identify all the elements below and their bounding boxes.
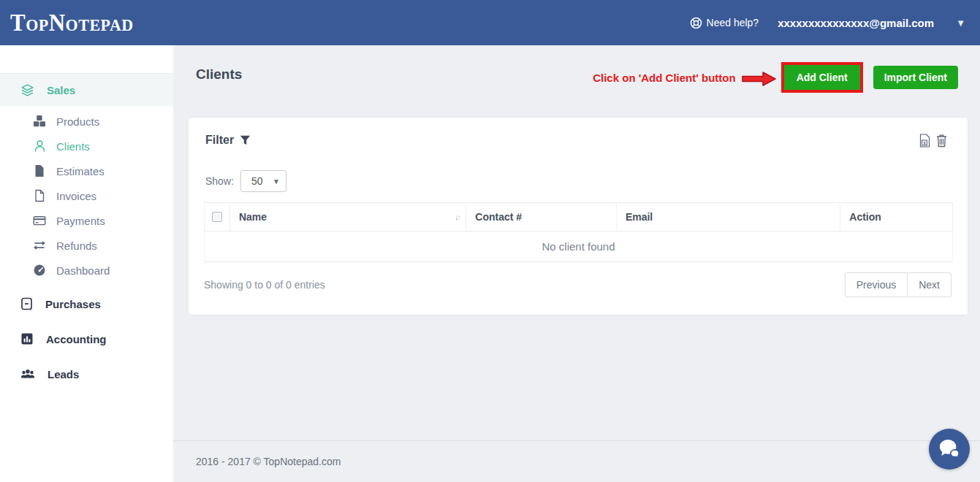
sidebar-item-refunds[interactable]: Refunds <box>0 233 173 258</box>
app-logo[interactable]: TopNotepad <box>10 9 134 37</box>
cubes-icon <box>33 115 46 128</box>
need-help-label: Need help? <box>707 17 759 28</box>
need-help-link[interactable]: Need help? <box>690 17 759 29</box>
sidebar-item-label: Dashboard <box>56 264 110 277</box>
filter-label[interactable]: Filter <box>205 134 251 147</box>
bar-chart-icon <box>20 332 34 345</box>
top-bar: TopNotepad Need help? xxxxxxxxxxxxxxx@gm… <box>0 0 980 45</box>
empty-table-message: No client found <box>204 232 953 262</box>
sidebar-item-label: Payments <box>56 215 105 227</box>
excel-export-icon[interactable]: x <box>919 134 930 148</box>
swap-arrows-icon <box>33 240 46 251</box>
users-icon <box>20 368 35 380</box>
sidebar-item-label: Accounting <box>46 333 107 345</box>
next-page-button[interactable]: Next <box>908 272 951 297</box>
copyright-text: 2016 - 2017 © TopNotepad.com <box>196 456 341 467</box>
sidebar-item-products[interactable]: Products <box>0 109 173 134</box>
sidebar-item-label: Invoices <box>56 190 96 202</box>
sidebar-item-payments[interactable]: Payments <box>0 208 173 233</box>
layers-icon <box>20 83 34 97</box>
sales-submenu: Products Clients Estimates <box>0 109 173 283</box>
column-label: Action <box>849 211 881 223</box>
person-icon <box>33 139 46 153</box>
column-label: Name <box>239 211 267 223</box>
show-entries-select[interactable]: 50 ▼ <box>240 170 286 192</box>
column-header-name[interactable]: Name ↓↑ <box>230 203 466 231</box>
table-summary: Showing 0 to 0 of 0 entries <box>204 279 325 291</box>
annotation-text: Click on 'Add Client' button <box>593 72 735 84</box>
sidebar-item-purchases[interactable]: Purchases <box>0 286 173 321</box>
column-label: Email <box>626 211 653 223</box>
show-entries-row: Show: 50 ▼ <box>205 170 286 192</box>
sidebar-item-clients[interactable]: Clients <box>0 134 173 158</box>
select-all-cell <box>205 203 230 231</box>
sort-icon: ↓↑ <box>455 213 460 221</box>
sidebar-item-label: Sales <box>47 84 75 96</box>
svg-text:x: x <box>923 139 926 146</box>
select-all-checkbox[interactable] <box>212 212 222 222</box>
clients-table: Name ↓↑ Contact # Email Action No client… <box>204 202 953 262</box>
table-header-row: Name ↓↑ Contact # Email Action <box>204 202 953 232</box>
sidebar-item-estimates[interactable]: Estimates <box>0 158 173 183</box>
column-header-action[interactable]: Action <box>840 203 952 231</box>
add-client-button[interactable]: Add Client <box>784 65 860 90</box>
import-client-button[interactable]: Import Client <box>873 66 958 89</box>
column-header-contact[interactable]: Contact # <box>466 203 617 231</box>
sidebar-item-label: Purchases <box>45 298 101 310</box>
column-label: Contact # <box>475 211 522 223</box>
sidebar-item-sales[interactable]: Sales <box>0 73 173 106</box>
show-label: Show: <box>205 175 234 187</box>
chat-widget-button[interactable] <box>929 429 970 470</box>
page-title: Clients <box>196 66 242 83</box>
sidebar-item-label: Clients <box>56 140 90 153</box>
sidebar-item-label: Leads <box>48 368 79 380</box>
select-caret-icon: ▼ <box>273 177 280 185</box>
sidebar-item-label: Refunds <box>56 240 97 252</box>
user-menu-caret-icon[interactable]: ▼ <box>956 18 965 28</box>
sidebar-item-dashboard[interactable]: Dashboard <box>0 258 173 283</box>
header-actions: Click on 'Add Client' button Add Client … <box>593 62 958 93</box>
help-icon <box>690 17 702 29</box>
filter-funnel-icon <box>240 135 251 145</box>
show-entries-value: 50 <box>251 175 263 187</box>
minus-square-icon <box>20 297 33 310</box>
main-content: Clients Click on 'Add Client' button Add… <box>173 45 980 440</box>
filter-text: Filter <box>205 134 234 147</box>
card-tools: x <box>919 134 947 148</box>
file-outline-icon <box>33 189 46 202</box>
column-header-email[interactable]: Email <box>617 203 840 231</box>
sidebar-sections: Purchases Accounting <box>0 286 173 391</box>
topbar-right: Need help? xxxxxxxxxxxxxxx@gmail.com ▼ <box>690 17 965 29</box>
gauge-icon <box>33 264 46 277</box>
user-email[interactable]: xxxxxxxxxxxxxxx@gmail.com <box>778 17 934 29</box>
sidebar-item-leads[interactable]: Leads <box>0 356 173 391</box>
sidebar-item-label: Estimates <box>56 165 105 177</box>
chat-icon <box>938 438 961 460</box>
sidebar-item-accounting[interactable]: Accounting <box>0 321 173 356</box>
trash-icon[interactable] <box>936 134 947 148</box>
sidebar-item-invoices[interactable]: Invoices <box>0 183 173 208</box>
sidebar: Sales Products Clients <box>0 45 173 482</box>
pagination: Previous Next <box>845 272 951 297</box>
sidebar-item-label: Products <box>56 115 99 128</box>
red-arrow-icon <box>742 71 777 87</box>
file-filled-icon <box>33 164 46 177</box>
add-client-highlight: Add Client <box>781 62 863 93</box>
credit-card-icon <box>33 214 46 227</box>
clients-card: Filter x <box>188 117 968 315</box>
footer: 2016 - 2017 © TopNotepad.com <box>173 440 980 482</box>
previous-page-button[interactable]: Previous <box>845 272 908 297</box>
